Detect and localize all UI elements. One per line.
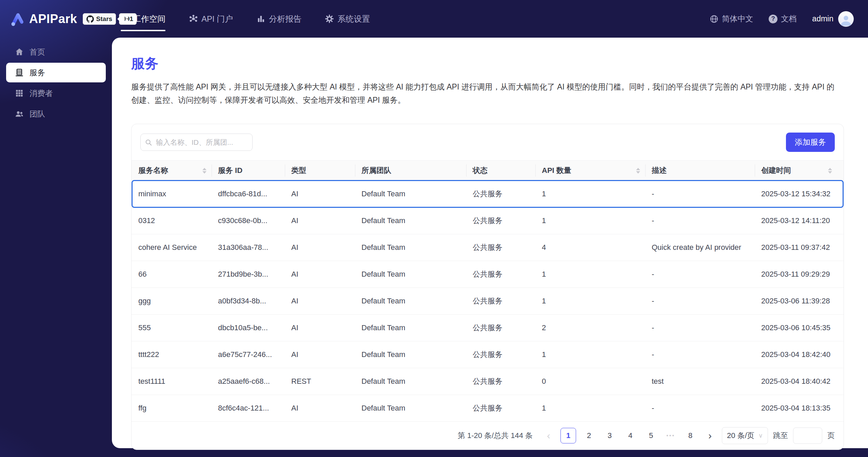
services-icon <box>15 68 24 77</box>
cell-description: - <box>652 216 761 225</box>
cell-service-name: ffg <box>138 404 218 413</box>
cell-created-at: 2025-03-04 18:13:35 <box>761 404 844 413</box>
cell-service-id: 8cf6c4ac-121... <box>218 404 291 413</box>
pagination-total: 第 1-20 条/总共 144 条 <box>458 431 533 441</box>
services-card: 添加服务 服务名称 服务 ID 类型 所属团队 状态 API 数量 描述 创建时… <box>131 124 844 450</box>
col-api-count[interactable]: API 数量 <box>542 161 652 180</box>
cell-team: Default Team <box>361 350 473 359</box>
sort-icon[interactable] <box>202 168 206 174</box>
table-row[interactable]: tttt222 a6e75c77-246... AI Default Team … <box>132 341 844 368</box>
cell-service-name: tttt222 <box>138 350 218 359</box>
cell-status: 公共服务 <box>473 189 542 199</box>
cell-description: test <box>652 377 761 386</box>
table-row[interactable]: 66 271bd9be-3b... AI Default Team 公共服务 1… <box>132 261 844 288</box>
logo[interactable]: APIPark Stars 991 <box>0 11 112 27</box>
cell-service-id: dbcb10a5-be... <box>218 323 291 332</box>
sidebar-item-home[interactable]: 首页 <box>6 42 106 62</box>
col-type: 类型 <box>291 161 361 180</box>
search-box[interactable] <box>140 134 253 151</box>
cell-type: AI <box>291 323 361 332</box>
docs-label: 文档 <box>781 14 796 24</box>
cell-status: 公共服务 <box>473 376 542 386</box>
page-button-8[interactable]: 8 <box>683 428 698 443</box>
pagination: 第 1-20 条/总共 144 条 ‹ 1 2 3 4 5 ••• 8 › 20… <box>132 422 844 450</box>
table-row[interactable]: ffg 8cf6c4ac-121... AI Default Team 公共服务… <box>132 395 844 422</box>
table-toolbar: 添加服务 <box>132 124 844 160</box>
table-row[interactable]: minimax dffcbca6-81d... AI Default Team … <box>132 181 844 207</box>
cell-created-at: 2025-03-11 09:29:29 <box>761 270 844 279</box>
prev-page-button[interactable]: ‹ <box>542 428 555 443</box>
table-row[interactable]: test1111 a25aaef6-c68... REST Default Te… <box>132 368 844 395</box>
tab-settings[interactable]: 系统设置 <box>325 14 370 24</box>
table-row[interactable]: cohere AI Service 31a306aa-78... AI Defa… <box>132 234 844 261</box>
chevron-down-icon: ∨ <box>758 432 763 439</box>
topbar-right: 简体中文 ? 文档 admin <box>710 11 868 27</box>
page-button-3[interactable]: 3 <box>602 428 617 443</box>
cell-team: Default Team <box>361 377 473 386</box>
jump-prefix-label: 跳至 <box>773 431 788 441</box>
cell-status: 公共服务 <box>473 216 542 226</box>
cell-team: Default Team <box>361 243 473 252</box>
cell-service-name: minimax <box>138 190 218 198</box>
col-service-id: 服务 ID <box>218 161 291 180</box>
cell-service-id: a25aaef6-c68... <box>218 377 291 386</box>
cell-created-at: 2025-03-06 10:45:35 <box>761 323 844 332</box>
cell-service-name: 66 <box>138 270 218 279</box>
main-panel: 服务 服务提供了高性能 API 网关，并且可以无缝接入多种大型 AI 模型，并将… <box>112 38 868 448</box>
tab-api-portal[interactable]: API 门户 <box>189 14 233 24</box>
cell-api-count: 1 <box>542 404 652 413</box>
docs-link[interactable]: ? 文档 <box>769 14 796 24</box>
cell-created-at: 2025-03-04 18:40:42 <box>761 377 844 386</box>
cell-team: Default Team <box>361 216 473 225</box>
page-button-1[interactable]: 1 <box>560 428 576 443</box>
cell-team: Default Team <box>361 323 473 332</box>
sort-icon[interactable] <box>828 168 832 174</box>
page-size-value: 20 条/页 <box>727 431 754 441</box>
language-label: 简体中文 <box>722 14 753 24</box>
page-size-select[interactable]: 20 条/页 ∨ <box>722 427 768 444</box>
col-created-at[interactable]: 创建时间 <box>761 161 844 180</box>
table-row[interactable]: 0312 c930c68e-0b... AI Default Team 公共服务… <box>132 207 844 234</box>
cell-status: 公共服务 <box>473 269 542 279</box>
sort-icon[interactable] <box>636 168 640 174</box>
language-switcher[interactable]: 简体中文 <box>710 14 753 24</box>
tab-analytics[interactable]: 分析报告 <box>257 14 301 24</box>
cell-status: 公共服务 <box>473 323 542 333</box>
cell-type: AI <box>291 190 361 198</box>
cell-type: AI <box>291 243 361 252</box>
teams-icon <box>15 110 24 118</box>
tab-workspace[interactable]: 工作空间 <box>121 14 165 24</box>
user-menu[interactable]: admin <box>812 11 854 27</box>
sidebar-item-teams[interactable]: 团队 <box>6 104 106 124</box>
cell-service-name: 0312 <box>138 216 218 225</box>
col-service-name[interactable]: 服务名称 <box>138 161 218 180</box>
cell-created-at: 2025-03-04 18:42:40 <box>761 350 844 359</box>
cell-team: Default Team <box>361 297 473 305</box>
jump-page-input[interactable] <box>793 428 822 444</box>
cell-status: 公共服务 <box>473 403 542 413</box>
cell-api-count: 1 <box>542 350 652 359</box>
add-service-button[interactable]: 添加服务 <box>786 133 835 152</box>
table-row[interactable]: ggg a0bf3d34-8b... AI Default Team 公共服务 … <box>132 288 844 315</box>
cell-description: - <box>652 350 761 359</box>
cell-type: AI <box>291 350 361 359</box>
cell-description: - <box>652 270 761 279</box>
analytics-icon <box>257 15 265 23</box>
consumers-icon <box>15 89 24 98</box>
topbar: APIPark Stars 991 工作空间 <box>0 0 868 38</box>
search-input[interactable] <box>155 138 248 147</box>
sidebar-item-consumers[interactable]: 消费者 <box>6 83 106 103</box>
col-description: 描述 <box>652 161 761 180</box>
cell-service-name: test1111 <box>138 377 218 386</box>
table-row[interactable]: 555 dbcb10a5-be... AI Default Team 公共服务 … <box>132 315 844 341</box>
next-page-button[interactable]: › <box>703 428 717 443</box>
col-status: 状态 <box>473 161 542 180</box>
sidebar-item-label: 服务 <box>29 67 45 78</box>
page-button-4[interactable]: 4 <box>623 428 638 443</box>
page-button-5[interactable]: 5 <box>643 428 659 443</box>
pagination-ellipsis[interactable]: ••• <box>664 433 677 439</box>
page-button-2[interactable]: 2 <box>581 428 597 443</box>
sidebar-item-services[interactable]: 服务 <box>6 63 106 82</box>
search-icon <box>145 139 152 146</box>
cell-service-id: a6e75c77-246... <box>218 350 291 359</box>
